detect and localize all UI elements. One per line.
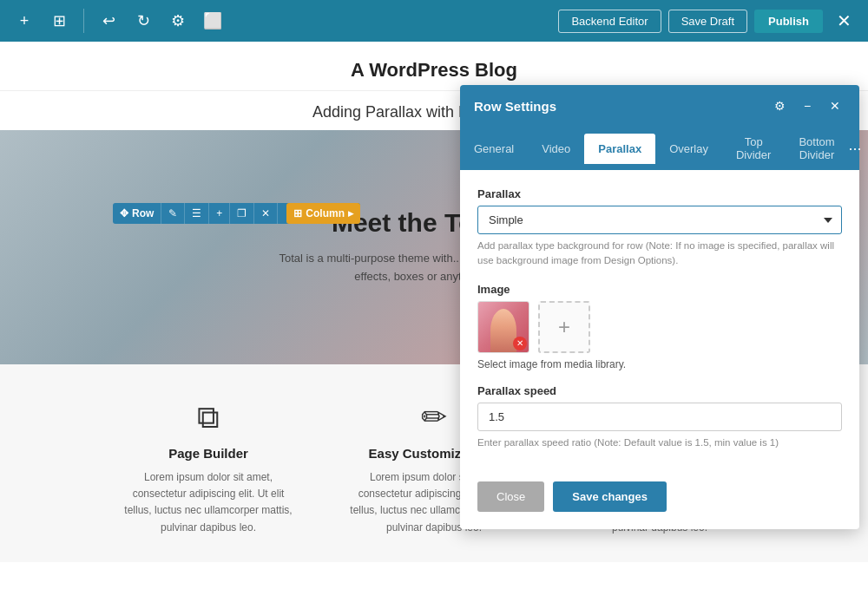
feature-item-1: ⧉ Page Builder Lorem ipsum dolor sit ame…	[122, 399, 295, 536]
image-add-button[interactable]: +	[538, 301, 590, 353]
column-grid-icon: ⊞	[293, 207, 302, 219]
add-button[interactable]: +	[10, 7, 38, 35]
column-arrow-icon: ▸	[348, 207, 353, 219]
main-toolbar: + ⊞ ↩ ↻ ⚙ ⬜ Backend Editor Save Draft Pu…	[0, 0, 868, 42]
blog-title: A WordPress Blog	[0, 59, 868, 82]
device-button[interactable]: ⬜	[199, 7, 227, 35]
panel-minimize-button[interactable]: −	[797, 95, 818, 116]
image-group: Image ✕ + Select image from media librar…	[477, 283, 842, 370]
panel-title: Row Settings	[474, 99, 769, 114]
image-select-link: Select image from media library.	[477, 358, 842, 370]
parallax-type-hint: Add parallax type background for row (No…	[477, 239, 842, 269]
row-move-icon[interactable]: ✥ Row	[113, 203, 161, 224]
panel-footer: Close Save changes	[460, 481, 859, 529]
backend-editor-button[interactable]: Backend Editor	[558, 10, 661, 33]
parallax-type-group: Parallax Simple Add parallax type backgr…	[477, 187, 842, 269]
panel-close-button[interactable]: ✕	[825, 95, 845, 116]
image-label: Image	[477, 283, 842, 296]
layout-button[interactable]: ⊞	[45, 7, 73, 35]
image-thumbnail: ✕	[477, 301, 529, 353]
feature-text-1: Lorem ipsum dolor sit amet, consectetur …	[122, 469, 295, 536]
tab-parallax[interactable]: Parallax	[584, 134, 655, 164]
tab-general[interactable]: General	[460, 134, 528, 164]
page-header: A WordPress Blog	[0, 42, 868, 91]
panel-header-icons: ⚙ − ✕	[769, 95, 845, 116]
feature-title-1: Page Builder	[122, 446, 295, 461]
row-label: Row	[132, 207, 154, 219]
row-delete-btn[interactable]: ✕	[254, 203, 278, 224]
page-area: A WordPress Blog Adding Parallax with Pa…	[0, 42, 868, 609]
delete-icon: ✕	[261, 207, 270, 219]
toolbar-left: + ⊞ ↩ ↻ ⚙ ⬜	[10, 7, 227, 35]
panel-settings-button[interactable]: ⚙	[769, 95, 790, 116]
tab-top-divider[interactable]: Top Divider	[722, 127, 785, 170]
save-changes-button[interactable]: Save changes	[553, 481, 667, 512]
edit-icon: ✎	[168, 207, 177, 219]
close-editor-button[interactable]: ✕	[830, 7, 858, 35]
row-menu-btn[interactable]: ☰	[185, 203, 209, 224]
row-copy-btn[interactable]: ❐	[230, 203, 254, 224]
column-label: Column	[306, 207, 345, 219]
row-toolbar: ✥ Row ✎ ☰ + ❐ ✕ ⊞ Column ▸	[113, 203, 360, 224]
column-badge[interactable]: ⊞ Column ▸	[286, 203, 360, 224]
undo-button[interactable]: ↩	[95, 7, 122, 35]
tab-more-button[interactable]: ···	[849, 140, 862, 158]
panel-body: Parallax Simple Add parallax type backgr…	[460, 170, 859, 481]
publish-button[interactable]: Publish	[754, 10, 823, 33]
redo-button[interactable]: ↻	[129, 7, 157, 35]
parallax-type-select[interactable]: Simple	[477, 206, 842, 234]
tab-bottom-divider[interactable]: Bottom Divider	[785, 127, 848, 170]
row-settings-panel: Row Settings ⚙ − ✕ General Video Paralla…	[460, 85, 859, 529]
parallax-speed-input[interactable]	[477, 403, 842, 431]
parallax-speed-label: Parallax speed	[477, 384, 842, 397]
page-builder-icon: ⧉	[122, 399, 295, 435]
save-draft-button[interactable]: Save Draft	[668, 10, 747, 33]
panel-tabs: General Video Parallax Overlay Top Divid…	[460, 127, 859, 170]
settings-button[interactable]: ⚙	[164, 7, 192, 35]
image-picker: ✕ +	[477, 301, 842, 353]
copy-icon: ❐	[237, 207, 247, 219]
close-panel-button[interactable]: Close	[477, 481, 544, 512]
row-add-btn[interactable]: +	[209, 203, 230, 224]
row-edit-btn[interactable]: ✎	[161, 203, 185, 224]
plus-icon: +	[216, 207, 222, 219]
parallax-speed-group: Parallax speed Enter parallax speed rati…	[477, 384, 842, 450]
tab-overlay[interactable]: Overlay	[655, 134, 722, 164]
image-remove-button[interactable]: ✕	[513, 337, 527, 350]
parallax-type-label: Parallax	[477, 187, 842, 200]
tab-video[interactable]: Video	[528, 134, 584, 164]
move-icon: ✥	[120, 207, 128, 219]
menu-icon: ☰	[192, 207, 201, 219]
toolbar-right: Backend Editor Save Draft Publish ✕	[558, 7, 858, 35]
parallax-speed-hint: Enter parallax speed ratio (Note: Defaul…	[477, 435, 842, 450]
panel-header: Row Settings ⚙ − ✕	[460, 85, 859, 127]
